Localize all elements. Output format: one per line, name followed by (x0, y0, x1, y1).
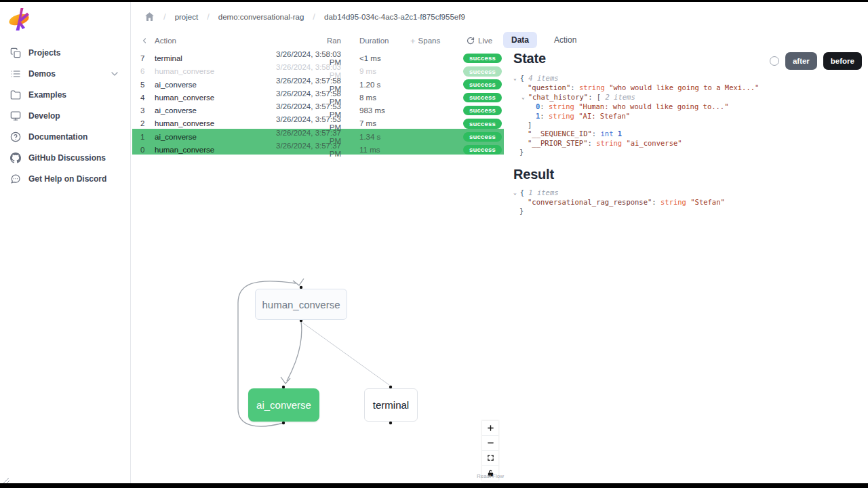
row-duration: 983 ms (341, 106, 403, 115)
column-header-spans[interactable]: + Spans (403, 36, 463, 46)
breadcrumb-separator: / (207, 12, 210, 22)
sidebar-item-documentation[interactable]: Documentation (0, 126, 130, 147)
sidebar-item-label: Projects (28, 48, 60, 58)
documentation-help-icon (10, 131, 21, 142)
row-ran: 3/26/2024, 3:57:37 PM (265, 142, 341, 158)
json-line: ⌄ { 1 items (513, 188, 863, 198)
window-bottom-edge (0, 483, 868, 488)
sidebar-item-get-help-on-discord[interactable]: Get Help on Discord (0, 168, 130, 189)
after-button[interactable]: after (785, 52, 817, 70)
table-row[interactable]: 2human_converse3/26/2024, 3:57:53 PM7 ms… (132, 115, 504, 128)
graph-node-terminal[interactable]: terminal (364, 388, 418, 422)
row-index: 7 (132, 54, 155, 62)
sidebar-item-github-discussions[interactable]: GitHub Discussions (0, 147, 130, 168)
fit-view-icon[interactable] (482, 451, 498, 466)
row-index: 0 (132, 146, 155, 154)
plus-icon: + (410, 36, 416, 46)
row-index: 5 (132, 81, 155, 89)
projects-copy-icon (10, 47, 21, 58)
row-duration: 11 ms (341, 146, 403, 154)
after-before-toggle: after before (770, 52, 862, 70)
table-header: Action Ran Duration + Spans Live (132, 33, 504, 48)
row-action: human_converse (155, 67, 265, 75)
live-toggle[interactable]: Live (463, 37, 504, 45)
json-line: "__PRIOR_STEP": string "ai_converse" (513, 139, 863, 148)
row-duration: 1.34 s (341, 133, 403, 141)
json-line: ] (513, 121, 863, 129)
sidebar: ProjectsDemosExamplesDevelopDocumentatio… (0, 2, 131, 483)
compare-radio[interactable] (770, 56, 779, 66)
json-line: "conversational_rag_response": string "S… (513, 198, 863, 207)
breadcrumb: /project/demo:conversational-rag/dab14d9… (144, 12, 465, 22)
steps-table: Action Ran Duration + Spans Live 7termin… (132, 33, 504, 155)
develop-monitor-icon (10, 110, 21, 121)
status-badge: success (463, 119, 502, 129)
home-icon[interactable] (144, 12, 155, 22)
graph-node-ai-converse[interactable]: ai_converse (248, 388, 319, 422)
chevron-down-icon (109, 68, 120, 79)
status-badge: success (463, 54, 502, 64)
result-json-tree: ⌄ { 1 items"conversational_rag_response"… (513, 188, 863, 216)
breadcrumb-item[interactable]: dab14d95-034c-4ac3-a2c1-f875cf955ef9 (324, 13, 465, 21)
collapse-arrow-icon[interactable]: ⌄ (513, 188, 520, 197)
sidebar-item-demos[interactable]: Demos (0, 63, 130, 84)
sidebar-item-examples[interactable]: Examples (0, 84, 130, 105)
row-duration: 9 ms (341, 67, 403, 75)
state-json-tree: ⌄ { 4 items"question": string "who would… (513, 74, 863, 157)
row-index: 1 (132, 133, 155, 141)
sidebar-item-label: Documentation (28, 132, 87, 142)
breadcrumb-item[interactable]: project (175, 13, 199, 21)
json-line: "__SEQUENCE_ID": int 1 (513, 129, 863, 138)
zoom-in-icon[interactable] (482, 421, 498, 436)
row-action: human_converse (155, 119, 265, 127)
reactflow-attribution[interactable]: React Flow (471, 473, 510, 479)
sidebar-item-projects[interactable]: Projects (0, 42, 130, 63)
breadcrumb-item[interactable]: demo:conversational-rag (218, 13, 304, 21)
row-duration: <1 ms (341, 54, 403, 62)
table-row[interactable]: 5ai_converse3/26/2024, 3:57:58 PM1.20 ss… (132, 77, 504, 89)
tab-action[interactable]: Action (546, 32, 585, 48)
row-action: human_converse (155, 94, 265, 102)
table-row[interactable]: 0human_converse3/26/2024, 3:57:37 PM11 m… (132, 142, 504, 155)
status-badge: success (463, 66, 502, 77)
status-badge: success (463, 93, 502, 103)
breadcrumb-separator: / (313, 12, 315, 22)
row-duration: 7 ms (341, 119, 403, 127)
detail-tabs: Data Action (503, 32, 585, 48)
result-title: Result (513, 167, 863, 182)
zoom-out-icon[interactable] (482, 436, 498, 451)
discord-chat-icon (10, 174, 21, 184)
before-button[interactable]: before (823, 52, 862, 70)
collapse-arrow-icon[interactable]: ⌄ (521, 93, 528, 102)
back-chevron-icon[interactable] (132, 37, 155, 45)
json-line: } (513, 207, 863, 216)
collapse-arrow-icon[interactable]: ⌄ (513, 74, 520, 83)
table-row[interactable]: 3ai_converse3/26/2024, 3:57:53 PM983 mss… (132, 102, 504, 115)
sidebar-item-label: Get Help on Discord (28, 174, 106, 184)
tab-data[interactable]: Data (503, 32, 537, 48)
json-line: ⌄ "chat_history": [ 2 items (513, 93, 863, 102)
row-duration: 8 ms (341, 94, 403, 102)
row-index: 3 (132, 106, 155, 115)
table-row[interactable]: 6human_converse3/26/2024, 3:58:03 PM9 ms… (132, 63, 504, 76)
sidebar-item-develop[interactable]: Develop (0, 105, 130, 126)
json-line: 1: string "AI: Stefan" (513, 112, 863, 121)
status-badge: success (463, 106, 502, 116)
table-row[interactable]: 7terminal3/26/2024, 3:58:03 PM<1 mssucce… (132, 50, 504, 63)
table-row[interactable]: 4human_converse3/26/2024, 3:57:58 PM8 ms… (132, 89, 504, 102)
state-panel: State after before ⌄ { 4 items"question"… (513, 49, 863, 219)
row-index: 6 (132, 67, 155, 75)
github-icon (10, 152, 21, 163)
app-window: ProjectsDemosExamplesDevelopDocumentatio… (0, 0, 868, 488)
table-body: 7terminal3/26/2024, 3:58:03 PM<1 mssucce… (132, 50, 504, 155)
refresh-icon (467, 37, 475, 45)
sidebar-nav: ProjectsDemosExamplesDevelopDocumentatio… (0, 42, 130, 189)
json-line: 0: string "Human: who would like going t… (513, 102, 863, 111)
table-row[interactable]: 1ai_converse3/26/2024, 3:57:37 PM1.34 ss… (132, 129, 504, 142)
graph-node-human-converse[interactable]: human_converse (255, 289, 347, 320)
status-badge: success (463, 132, 502, 142)
status-badge: success (463, 145, 502, 155)
row-index: 4 (132, 94, 155, 102)
row-action: human_converse (155, 146, 265, 154)
burr-logo-icon[interactable] (8, 7, 31, 33)
